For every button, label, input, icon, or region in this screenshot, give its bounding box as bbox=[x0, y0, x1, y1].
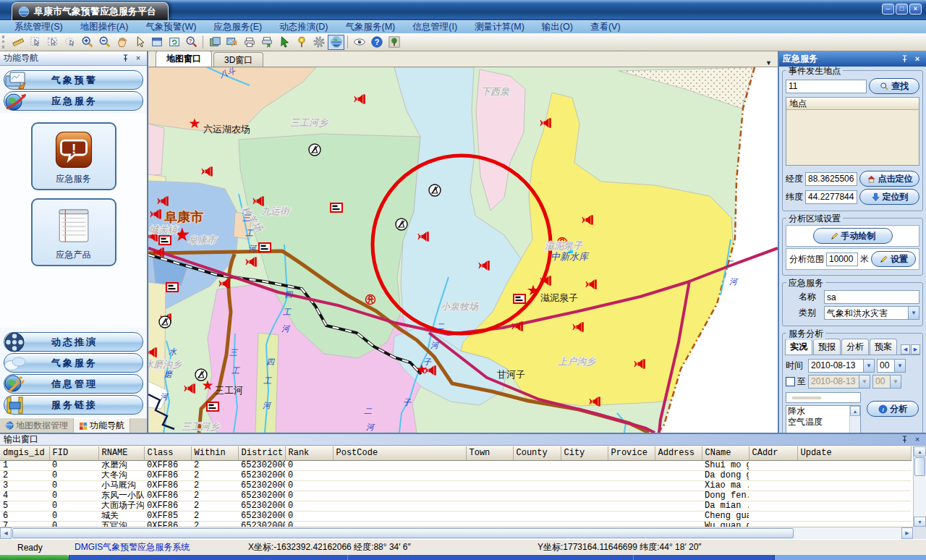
scroll-up-icon[interactable]: ▲ bbox=[914, 446, 926, 457]
analyze-button[interactable]: i 分析 bbox=[867, 401, 919, 417]
service-name-input[interactable] bbox=[824, 290, 919, 304]
select-box-icon[interactable] bbox=[44, 35, 61, 50]
column-header-CName[interactable]: CName bbox=[702, 446, 749, 460]
menu-item-8[interactable]: 测量计算(M) bbox=[466, 21, 533, 33]
column-header-CAddr[interactable]: CAddr bbox=[749, 446, 797, 460]
globe-icon[interactable] bbox=[328, 35, 344, 50]
identify-icon[interactable]: ? bbox=[183, 35, 200, 50]
analysis-tab-预报[interactable]: 预报 bbox=[813, 339, 841, 355]
menu-item-1[interactable]: 系统管理(S) bbox=[6, 21, 72, 33]
close-icon[interactable]: × bbox=[133, 54, 143, 64]
service-type-select[interactable]: 气象和洪水灾害 ▼ bbox=[824, 306, 919, 320]
table-row[interactable]: 50大面场子沟0XFF8626523020000Da mian ... bbox=[0, 501, 911, 511]
restore-button[interactable]: □ bbox=[896, 4, 908, 14]
column-header-County[interactable]: County bbox=[513, 446, 561, 460]
select-arrow-icon[interactable] bbox=[27, 35, 43, 50]
shortcut-应急服务[interactable]: !应急服务 bbox=[31, 122, 116, 190]
latitude-input[interactable] bbox=[805, 190, 857, 204]
close-icon[interactable]: × bbox=[912, 435, 922, 445]
green-pointer-icon[interactable] bbox=[276, 35, 292, 50]
element-listbox[interactable]: 降水空气温度 ▲ bbox=[786, 405, 861, 433]
help-icon[interactable]: ? bbox=[368, 35, 385, 50]
column-header-Class[interactable]: Class bbox=[144, 446, 191, 460]
left-tab-地图数据管理[interactable]: 地图数据管理 bbox=[0, 418, 74, 433]
table-row[interactable]: 30小马厩沟0XFF8626523020000Xiao ma ... bbox=[0, 480, 911, 491]
nav-button-信息管理[interactable]: 信息管理 bbox=[4, 374, 143, 394]
settings-gear-icon[interactable] bbox=[310, 35, 327, 50]
zoom-in-icon[interactable] bbox=[79, 35, 95, 50]
analysis-tab-预案[interactable]: 预案 bbox=[870, 339, 897, 355]
menu-item-7[interactable]: 信息管理(I) bbox=[404, 21, 466, 33]
hour2-select[interactable]: 00▼ bbox=[872, 375, 901, 389]
element-list-item[interactable]: 降水 bbox=[786, 406, 849, 417]
pin-icon[interactable] bbox=[899, 435, 909, 445]
tab-scroll-left-icon[interactable]: ◀ bbox=[901, 344, 910, 355]
menu-item-6[interactable]: 气象服务(M) bbox=[337, 21, 404, 33]
print-preview-icon[interactable] bbox=[258, 35, 275, 50]
shortcut-应急产品[interactable]: 应急产品 bbox=[31, 198, 116, 266]
column-header-Within[interactable]: Within bbox=[191, 446, 238, 460]
set-range-button[interactable]: 设置 bbox=[871, 251, 916, 267]
nav-button-应急服务[interactable]: 应急服务 bbox=[4, 91, 143, 111]
table-row[interactable]: 60城关0XFF8526523020000Cheng guan bbox=[0, 511, 911, 521]
place-list[interactable]: 地点 bbox=[786, 97, 919, 166]
output-table-container[interactable]: dmgis_idFIDRNAMEClassWithinDistrictRankP… bbox=[0, 446, 913, 527]
minimize-button[interactable]: ─ bbox=[882, 4, 894, 14]
tab-list-dropdown-icon[interactable]: ▼ bbox=[765, 59, 772, 67]
start-button-sliver[interactable] bbox=[0, 555, 69, 560]
place-pin-icon[interactable] bbox=[293, 35, 310, 50]
map-graphics[interactable]: ★★★★★ 八斗六运湖农场三工河乡下西泉九运街阜康市城关镇阜康市种羊场滋泥泉子中… bbox=[148, 67, 778, 433]
column-header-RNAME[interactable]: RNAME bbox=[98, 446, 144, 460]
date-select[interactable]: 2010-08-13▼ bbox=[808, 359, 875, 373]
refresh-icon[interactable] bbox=[166, 35, 182, 50]
menu-item-10[interactable]: 查看(V) bbox=[582, 21, 629, 33]
menu-item-3[interactable]: 气象预警(W) bbox=[137, 21, 205, 33]
nav-button-气象服务[interactable]: 气象服务 bbox=[4, 353, 143, 373]
table-row[interactable]: 10水磨沟0XFF8626523020000Shui mo gou bbox=[0, 460, 911, 470]
column-header-Town[interactable]: Town bbox=[466, 446, 513, 460]
eye-icon[interactable] bbox=[351, 35, 368, 50]
menu-item-4[interactable]: 应急服务(E) bbox=[205, 21, 271, 33]
to-checkbox[interactable] bbox=[786, 377, 795, 386]
full-extent-icon[interactable] bbox=[148, 35, 165, 50]
listbox-scrollbar[interactable]: ▲ bbox=[849, 406, 860, 433]
menu-item-5[interactable]: 动态推演(D) bbox=[271, 21, 336, 33]
scroll-thumb[interactable] bbox=[914, 457, 925, 476]
column-header-District[interactable]: District bbox=[238, 446, 285, 460]
range-input[interactable] bbox=[826, 253, 858, 266]
analysis-tab-分析[interactable]: 分析 bbox=[841, 339, 869, 355]
scroll-thumb[interactable] bbox=[12, 528, 794, 538]
scroll-down-icon[interactable]: ▼ bbox=[914, 517, 926, 527]
column-header-dmgis_id[interactable]: dmgis_id bbox=[0, 446, 49, 460]
manual-draw-button[interactable]: 手动绘制 bbox=[813, 228, 893, 244]
hour-select[interactable]: 00▼ bbox=[877, 359, 906, 373]
pin-icon[interactable] bbox=[899, 54, 909, 64]
column-header-Address[interactable]: Address bbox=[655, 446, 702, 460]
analysis-tab-实况[interactable]: 实况 bbox=[785, 339, 812, 355]
map-export-icon[interactable] bbox=[224, 35, 240, 50]
menu-item-2[interactable]: 地图操作(A) bbox=[72, 21, 137, 33]
element-combo[interactable] bbox=[786, 392, 861, 403]
pointer-icon[interactable] bbox=[131, 35, 148, 50]
tree-icon[interactable] bbox=[386, 35, 402, 50]
close-button[interactable]: × bbox=[909, 4, 922, 14]
printer-icon[interactable] bbox=[241, 35, 258, 50]
nav-button-动态推演[interactable]: 动态推演 bbox=[4, 332, 143, 352]
date2-select[interactable]: 2010-08-13▼ bbox=[808, 375, 870, 389]
measure-icon[interactable] bbox=[9, 35, 26, 50]
left-tab-功能导航[interactable]: 功能导航 bbox=[74, 418, 130, 433]
pan-hand-icon[interactable] bbox=[114, 35, 130, 50]
pin-icon[interactable] bbox=[120, 54, 130, 64]
layers-icon[interactable] bbox=[206, 35, 223, 50]
vertical-scrollbar[interactable]: ▲ ▼ bbox=[913, 446, 926, 527]
event-keyword-input[interactable] bbox=[786, 80, 867, 93]
scroll-left-icon[interactable]: ◀ bbox=[0, 527, 12, 539]
toolbar-grip[interactable] bbox=[2, 35, 7, 48]
scroll-right-icon[interactable]: ▶ bbox=[901, 527, 913, 539]
column-header-Rank[interactable]: Rank bbox=[285, 446, 333, 460]
close-icon[interactable]: × bbox=[912, 54, 922, 64]
column-header-City[interactable]: City bbox=[561, 446, 608, 460]
horizontal-scrollbar[interactable]: ◀ ▶ bbox=[0, 527, 913, 539]
tab-scroll-right-icon[interactable]: ▶ bbox=[911, 344, 920, 355]
scroll-up-icon[interactable]: ▲ bbox=[850, 406, 860, 416]
